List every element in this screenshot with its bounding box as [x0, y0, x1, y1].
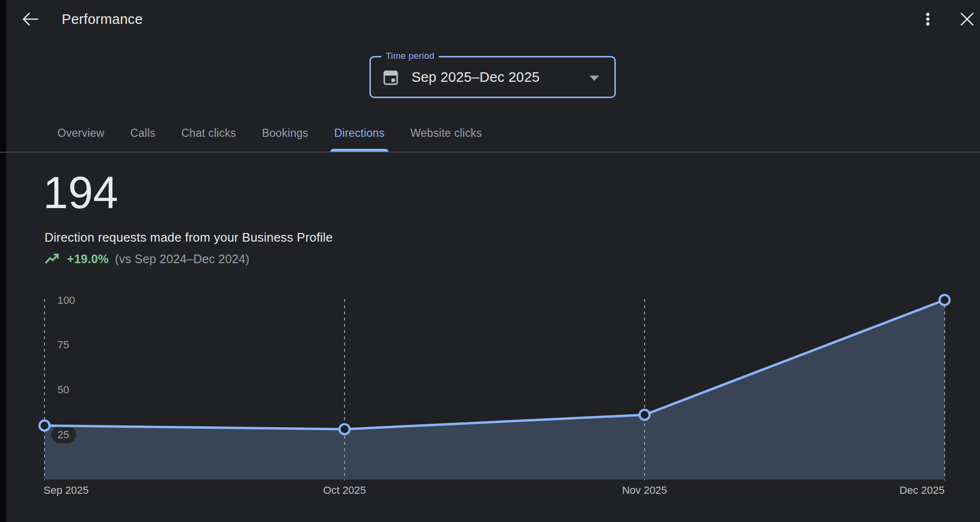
metric-description: Direction requests made from your Busine…	[45, 230, 333, 245]
back-arrow-icon	[21, 11, 42, 28]
data-point-marker[interactable]	[640, 410, 650, 420]
y-axis-tick-label: 25	[57, 429, 69, 441]
y-axis-tick-label: 75	[57, 339, 69, 351]
back-button[interactable]	[21, 11, 42, 28]
x-axis-label: Nov 2025	[622, 484, 667, 496]
tab-chat-clicks[interactable]: Chat clicks	[181, 114, 236, 152]
x-axis-label: Dec 2025	[900, 484, 945, 496]
close-icon	[958, 11, 976, 28]
trend-comparison-period: (vs Sep 2024–Dec 2024)	[115, 252, 249, 266]
data-point-marker[interactable]	[940, 295, 950, 305]
performance-dialog: Performance Time period Sep 2025–Dec 202…	[0, 0, 980, 522]
tabs-divider	[0, 152, 980, 153]
x-axis-label: Sep 2025	[44, 484, 89, 496]
time-period-value: Sep 2025–Dec 2025	[412, 69, 540, 85]
dropdown-caret-icon	[590, 76, 599, 81]
x-axis-label: Oct 2025	[323, 484, 366, 496]
chart-area-fill	[45, 300, 945, 479]
calendar-icon	[383, 68, 399, 86]
metric-tabs: Overview Calls Chat clicks Bookings Dire…	[57, 114, 482, 152]
tab-calls[interactable]: Calls	[130, 114, 156, 152]
time-period-label: Time period	[381, 51, 439, 61]
tab-website-clicks[interactable]: Website clicks	[411, 114, 482, 152]
tab-overview[interactable]: Overview	[57, 114, 104, 152]
trending-up-icon	[45, 252, 61, 266]
directions-area-chart: 100755025Sep 2025Oct 2025Nov 2025Dec 202…	[0, 287, 980, 512]
tab-bookings[interactable]: Bookings	[262, 114, 308, 152]
kebab-menu-icon	[919, 11, 936, 28]
data-point-marker[interactable]	[340, 424, 350, 434]
close-button[interactable]	[958, 11, 976, 28]
more-options-button[interactable]	[919, 11, 936, 28]
dialog-header: Performance	[6, 0, 980, 38]
y-axis-tick-label: 100	[57, 294, 75, 306]
data-point-marker[interactable]	[40, 421, 50, 431]
trend-summary: +19.0% (vs Sep 2024–Dec 2024)	[45, 251, 249, 267]
y-axis-tick-label: 50	[57, 384, 69, 396]
tab-directions[interactable]: Directions	[334, 114, 384, 152]
page-title: Performance	[62, 11, 143, 27]
trend-change-value: +19.0%	[67, 252, 109, 266]
metric-total: 194	[43, 170, 118, 215]
time-period-select[interactable]: Time period Sep 2025–Dec 2025	[369, 56, 616, 98]
